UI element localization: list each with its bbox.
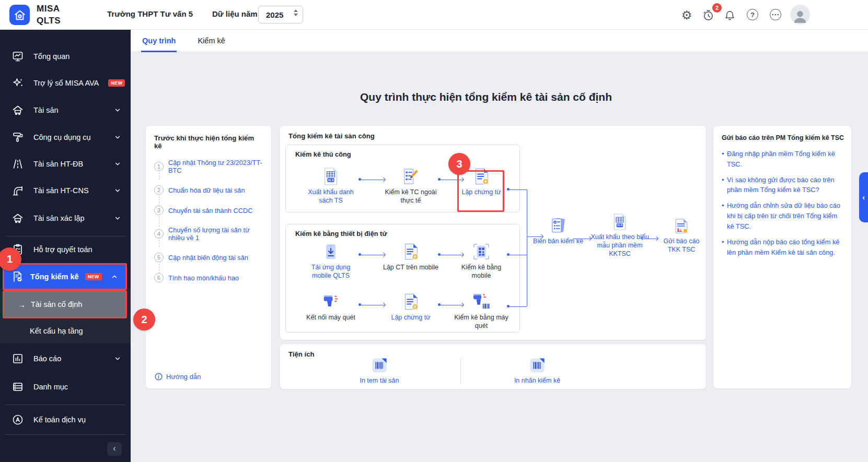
flow-step-count-by-mobile: Kiểm kê bằng mobile: [453, 241, 510, 280]
before-step-link[interactable]: Cập nhật biến động tài sản: [168, 254, 248, 262]
user-avatar[interactable]: [790, 5, 810, 25]
sidebar-item-tai-san[interactable]: Tài sản: [0, 97, 131, 123]
help-link[interactable]: Đăng nhập phần mềm Tổng kiểm kê TSC.: [722, 149, 843, 170]
sidebar-subitem-tai-san-co-dinh[interactable]: Tài sản cố định: [3, 290, 127, 318]
notifications-bell-icon[interactable]: [723, 9, 736, 21]
top-header: MISA QLTS Trường THPT Tư vấn 5 Dữ liệu n…: [0, 0, 868, 30]
asset-icon: [11, 104, 24, 116]
app-name-top: MISA: [37, 3, 61, 15]
flow-step-label[interactable]: Lập chứng từ: [382, 313, 439, 322]
sidebar-collapse-button[interactable]: [107, 442, 122, 456]
settings-icon[interactable]: [680, 9, 693, 21]
history-icon[interactable]: [702, 9, 714, 21]
year-value: 2025: [266, 10, 283, 19]
utility-print-asset-labels[interactable]: In tem tài sản: [327, 357, 432, 385]
pipe-icon: [11, 184, 24, 197]
flow-connector-double: [642, 239, 657, 239]
app-name: MISA QLTS: [37, 3, 61, 27]
sidebar-divider: [5, 434, 125, 435]
sidebar-item-tai-san-ht-db[interactable]: Tài sản HT-ĐB: [0, 151, 131, 176]
sidebar-subitem-label: Tài sản cố định: [31, 300, 82, 309]
sidebar-item-ke-toan-dich-vu[interactable]: Kế toán dịch vụ: [0, 407, 131, 432]
list-item: 4 Chuyển số lượng tài sản từ nhiều về 1: [154, 226, 263, 242]
inventory-flow-card: Tổng kiểm kê tài sản công Kiểm kê thủ cô…: [280, 125, 707, 340]
tab-quy-trinh[interactable]: Quy trình: [141, 30, 177, 52]
before-step-link[interactable]: Chuyển số lượng tài sản từ nhiều về 1: [168, 226, 263, 242]
sidebar-item-bao-cao[interactable]: Báo cáo: [0, 346, 131, 371]
step-number-badge: 5: [154, 253, 164, 262]
checklist-pencil-icon: [382, 165, 439, 185]
year-stepper[interactable]: [294, 9, 298, 16]
sidebar-item-label: Tổng quan: [33, 52, 70, 61]
flow-connector: [439, 305, 463, 305]
utility-label[interactable]: In nhãn kiểm kê: [485, 376, 589, 385]
svg-text:XLS: XLS: [328, 179, 334, 182]
flow-connector: [360, 180, 385, 180]
chevron-down-icon: [114, 134, 121, 141]
before-checklist-card: Trước khi thực hiện tổng kiểm kê 1 Cập n…: [145, 125, 272, 389]
help-link[interactable]: Vì sao không gửi được báo cáo trên phần …: [722, 175, 843, 196]
app-window: MISA QLTS Trường THPT Tư vấn 5 Dữ liệu n…: [0, 0, 868, 462]
sidebar-item-tai-san-xac-lap[interactable]: Tài sản xác lập: [0, 205, 131, 231]
help-links-card: Gửi báo cáo trên PM Tổng kiểm kê TSC Đăn…: [713, 125, 852, 389]
sidebar-item-label: Báo cáo: [33, 354, 61, 363]
utilities-card: Tiện ích In tem tài sản In nhãn kiểm kê: [280, 343, 707, 389]
flow-connector: [439, 255, 463, 255]
flow-connector-double: [573, 239, 591, 239]
sidebar-item-label: Kế toán dịch vụ: [33, 416, 86, 424]
flow-branch-line: [508, 189, 527, 190]
sidebar-item-label: Tổng kiểm kê: [30, 273, 79, 281]
road-icon: [11, 158, 24, 170]
sparkles-icon: [11, 77, 24, 89]
flow-step-label[interactable]: Lập chứng từ: [453, 188, 510, 196]
sidebar-item-tong-quan[interactable]: Tổng quan: [0, 43, 131, 69]
help-link[interactable]: Hướng dẫn chỉnh sửa dữ liệu báo cáo khi …: [722, 200, 843, 231]
vertical-divider: [460, 358, 461, 385]
before-step-link[interactable]: Chuẩn hóa dữ liệu tài sản: [168, 186, 245, 194]
sidebar-subitem-ket-cau-ha-tang[interactable]: Kết cấu hạ tầng: [0, 318, 131, 343]
tab-kiem-ke[interactable]: Kiểm kê: [196, 30, 226, 52]
asset-icon: [11, 212, 24, 224]
before-step-link[interactable]: Chuyển tài sản thành CCDC: [168, 207, 252, 215]
annotation-badge-3: 3: [448, 153, 470, 175]
sidebar-item-cong-cu-dung-cu[interactable]: Công cụ dụng cụ: [0, 124, 131, 150]
sidebar-item-danh-muc[interactable]: Danh mục: [0, 374, 131, 399]
accounting-service-icon: [11, 413, 24, 426]
flow-step-label: Kiểm kê bằng mobile: [453, 263, 510, 280]
guide-link[interactable]: Hướng dẫn: [154, 372, 201, 381]
info-icon: [154, 372, 163, 381]
more-options-icon[interactable]: [770, 9, 781, 20]
flow-step-download-mobile-app: Tải ứng dụng mobile QLTS: [302, 241, 360, 280]
annotation-badge-2: 2: [133, 309, 155, 330]
flow-branch-line: [508, 306, 527, 307]
flow-bracket-line: [527, 189, 527, 306]
chevron-down-icon: [114, 106, 121, 114]
sidebar-item-label: Tài sản HT-ĐB: [33, 160, 83, 168]
sidebar-item-label: Hỗ trợ quyết toán: [33, 245, 92, 254]
sidebar-item-tai-san-ht-cns[interactable]: Tài sản HT-CNS: [0, 177, 131, 203]
help-link[interactable]: Hướng dẫn nộp báo cáo tổng kiểm kê lên p…: [722, 237, 843, 258]
flow-step-label: Kiểm kê TC ngoài thực tế: [382, 188, 439, 205]
new-badge: NEW: [108, 79, 125, 87]
before-step-link[interactable]: Tính hao mòn/khấu hao: [168, 274, 239, 282]
organization-name[interactable]: Trường THPT Tư vấn 5: [107, 9, 193, 18]
utility-label[interactable]: In tem tài sản: [327, 376, 432, 385]
sidebar-item-tong-kiem-ke[interactable]: Tổng kiểm kê NEW: [3, 263, 127, 290]
utility-print-inventory-labels[interactable]: In nhãn kiểm kê: [485, 357, 589, 385]
flow-step-label[interactable]: Gửi báo cáo TKK TSC: [656, 237, 707, 254]
help-icon[interactable]: [747, 9, 758, 20]
list-item: 1 Cập nhật Thông tư 23/2023/TT-BTC: [154, 159, 263, 174]
flow-step-label[interactable]: Tải ứng dụng mobile QLTS: [302, 263, 360, 280]
misa-qlts-logo[interactable]: [9, 5, 30, 25]
flow-connector: [360, 255, 385, 255]
sidebar-item-misa-ava[interactable]: Trợ lý số MISA AVA NEW: [0, 70, 131, 96]
flow-step-label[interactable]: Xuất khẩu danh sách TS: [302, 188, 360, 205]
flow-step-create-voucher-scanner: Lập chứng từ: [382, 291, 439, 322]
manual-box-title: Kiểm kê thủ công: [295, 150, 351, 158]
side-panel-toggle[interactable]: [859, 172, 868, 222]
page-title: Quy trình thực hiện tổng kiểm kê tài sản…: [131, 91, 841, 103]
year-select[interactable]: 2025: [258, 6, 303, 23]
before-step-link[interactable]: Cập nhật Thông tư 23/2023/TT-BTC: [168, 159, 263, 174]
chevron-down-icon: [114, 187, 121, 194]
report-chart-doc-icon: [656, 215, 707, 234]
